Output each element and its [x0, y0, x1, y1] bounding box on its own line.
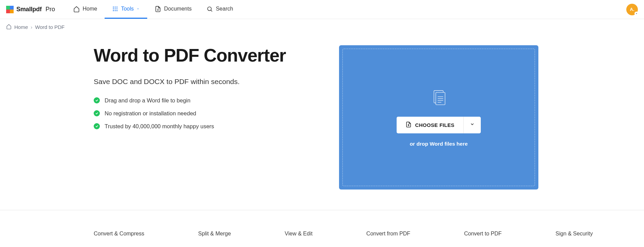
page-title: Word to PDF Converter — [94, 45, 312, 66]
search-icon — [206, 6, 213, 12]
breadcrumb-current: Word to PDF — [35, 24, 64, 30]
files-icon — [429, 88, 449, 109]
svg-point-7 — [115, 10, 116, 11]
home-icon — [73, 6, 80, 12]
file-upload-icon — [405, 121, 412, 129]
dropzone[interactable]: CHOOSE FILES or drop Word files here — [339, 45, 538, 190]
choose-files-dropdown[interactable] — [463, 117, 481, 133]
check-icon — [94, 97, 100, 103]
feature-bullets: Drag and drop a Word file to begin No re… — [94, 97, 312, 130]
caret-down-icon — [634, 12, 639, 16]
nav-label: Documents — [164, 6, 191, 12]
dropzone-inner: CHOOSE FILES or drop Word files here — [342, 49, 535, 186]
svg-point-0 — [113, 6, 114, 7]
chevron-down-icon — [470, 122, 475, 128]
page-subtitle: Save DOC and DOCX to PDF within seconds. — [94, 78, 312, 86]
nav-label: Tools — [121, 6, 134, 12]
category-sign-security[interactable]: Sign & Security — [555, 231, 593, 237]
nav-documents[interactable]: Documents — [147, 0, 199, 19]
logo-icon — [6, 6, 14, 13]
category-convert-from-pdf[interactable]: Convert from PDF — [366, 231, 410, 237]
svg-point-2 — [117, 6, 118, 7]
svg-point-3 — [113, 9, 114, 10]
svg-point-5 — [117, 9, 118, 10]
svg-point-6 — [113, 10, 114, 11]
document-icon — [155, 6, 161, 12]
bullet-item: No registration or installation needed — [94, 110, 312, 117]
bullet-item: Drag and drop a Word file to begin — [94, 97, 312, 104]
breadcrumb-separator: › — [31, 24, 32, 30]
grid-icon — [112, 6, 118, 12]
check-icon — [94, 123, 100, 129]
bullet-text: Trusted by 40,000,000 monthly happy user… — [105, 123, 214, 130]
user-avatar[interactable]: A. — [626, 4, 638, 15]
logo-suffix: Pro — [45, 6, 55, 13]
drop-hint: or drop Word files here — [410, 141, 467, 147]
check-icon — [94, 110, 100, 116]
top-header: Smallpdf Pro Home Tools Documents — [0, 0, 644, 19]
categories-row: Convert & Compress Split & Merge View & … — [0, 210, 644, 237]
avatar-initials: A. — [630, 7, 634, 12]
nav-label: Home — [82, 6, 97, 12]
breadcrumb: Home › Word to PDF — [0, 19, 644, 35]
category-convert-to-pdf[interactable]: Convert to PDF — [464, 231, 502, 237]
nav-search[interactable]: Search — [199, 0, 241, 19]
main-content: Word to PDF Converter Save DOC and DOCX … — [0, 35, 644, 210]
nav-home[interactable]: Home — [66, 0, 105, 19]
svg-point-9 — [208, 7, 212, 11]
bullet-text: No registration or installation needed — [105, 110, 196, 117]
hero-text: Word to PDF Converter Save DOC and DOCX … — [94, 45, 312, 190]
logo[interactable]: Smallpdf Pro — [6, 6, 55, 13]
svg-point-8 — [117, 10, 118, 11]
svg-point-4 — [115, 9, 116, 10]
choose-files-button[interactable]: CHOOSE FILES — [397, 117, 463, 133]
svg-point-1 — [115, 6, 116, 7]
home-icon — [6, 24, 12, 30]
choose-files-label: CHOOSE FILES — [415, 122, 454, 128]
caret-down-icon — [136, 7, 140, 11]
breadcrumb-home[interactable]: Home — [14, 24, 28, 30]
category-convert-compress[interactable]: Convert & Compress — [94, 231, 144, 237]
nav-label: Search — [216, 6, 233, 12]
category-split-merge[interactable]: Split & Merge — [198, 231, 231, 237]
bullet-item: Trusted by 40,000,000 monthly happy user… — [94, 123, 312, 130]
nav-tools[interactable]: Tools — [105, 0, 147, 19]
category-view-edit[interactable]: View & Edit — [285, 231, 313, 237]
bullet-text: Drag and drop a Word file to begin — [105, 97, 190, 104]
logo-text: Smallpdf — [16, 6, 42, 13]
choose-files-group: CHOOSE FILES — [397, 117, 480, 133]
main-nav: Home Tools Documents Search — [66, 0, 241, 19]
